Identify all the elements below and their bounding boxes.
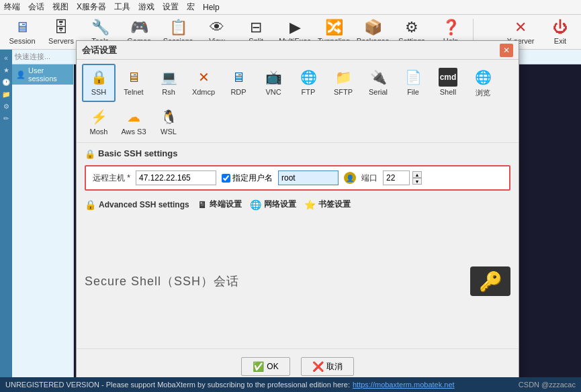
terminal-settings-section[interactable]: 🖥 终端设置 [197,199,242,210]
xserver-icon: ✕ [515,19,527,36]
settings-icon: ⚙ [405,19,418,36]
mosh-tab-label: Mosh [90,128,108,136]
port-spinner: ▲ ▼ [412,171,422,185]
bookmark-settings-label: 书签设置 [318,199,351,210]
status-link[interactable]: https://mobaxterm.mobatek.net [353,381,455,389]
tab-wsl[interactable]: 🐧 WSL [152,103,185,140]
dialog-close-button[interactable]: ✕ [500,44,513,57]
sftp-tab-icon: 📁 [334,68,353,87]
tab-rsh[interactable]: 💻 Rsh [152,64,185,102]
bookmark-settings-icon: ⭐ [304,199,316,210]
browser-tab-icon: 🌐 [474,68,492,87]
tools-icon: 🔧 [91,19,109,36]
left-icon-settings2[interactable]: ⚙ [1,101,11,111]
left-icon-collapse[interactable]: « [1,52,11,63]
session-icon: 🖥 [15,19,30,36]
shell-tab-icon: cmd [439,68,457,87]
cancel-label: 取消 [326,361,343,373]
host-label: 远程主机 * [93,173,130,184]
user-sessions-title: 👤 User sessions [12,64,73,85]
tab-mosh[interactable]: ⚡ Mosh [82,103,116,140]
cancel-button[interactable]: ❌ 取消 [301,357,354,376]
games-icon: 🎮 [130,19,148,36]
tab-ssh[interactable]: 🔒 SSH [82,64,116,102]
aws-tab-label: Aws S3 [121,128,146,136]
basic-settings-header: 🔒 Basic SSH settings [77,143,519,161]
menu-item-games[interactable]: 游戏 [138,1,154,13]
tab-browser[interactable]: 🌐 浏览 [466,64,500,102]
username-checkbox[interactable] [222,174,230,183]
status-bar-right: CSDN @zzzacac [519,381,576,389]
tab-vnc[interactable]: 📺 VNC [257,64,290,102]
menu-bar: 终端 会话 视图 X服务器 工具 游戏 设置 宏 Help [0,0,581,15]
tab-sftp[interactable]: 📁 SFTP [326,64,360,102]
tab-rdp[interactable]: 🖥 RDP [222,64,255,102]
menu-item-settings[interactable]: 设置 [163,1,179,13]
advanced-ssh-section[interactable]: 🔒 Advanced SSH settings [85,199,189,210]
left-icon-folder[interactable]: 📁 [1,89,11,99]
tab-aws[interactable]: ☁ Aws S3 [117,103,150,140]
tab-xdmcp[interactable]: ✕ Xdmcp [187,64,220,102]
user-sessions-label: User sessions [28,66,69,83]
rsh-tab-icon: 💻 [159,68,178,87]
telnet-tab-label: Telnet [124,88,143,96]
terminal-settings-icon: 🖥 [197,199,207,210]
terminal-settings-label: 终端设置 [210,199,242,210]
user-avatar-icon: 👤 [344,172,356,184]
port-up-button[interactable]: ▲ [412,171,422,178]
ok-button[interactable]: ✅ OK [241,357,289,376]
advanced-ssh-icon: 🔒 [85,199,96,210]
aws-tab-icon: ☁ [124,107,143,126]
basic-settings-icon: 🔒 [85,149,94,158]
session-dialog: 会话设置 ✕ 🔒 SSH 🖥 Telnet 💻 Rsh ✕ Xdmcp 🖥 RD… [76,40,519,385]
network-settings-section[interactable]: 🌐 网络设置 [250,199,296,210]
basic-settings-label: Basic SSH settings [98,148,178,158]
rdp-tab-icon: 🖥 [229,68,248,87]
advanced-settings-row: 🔒 Advanced SSH settings 🖥 终端设置 🌐 网络设置 ⭐ … [77,195,519,214]
username-input[interactable] [278,170,339,185]
port-input[interactable] [383,170,410,185]
shell-tab-label: Shell [440,88,456,96]
toolbar-servers[interactable]: 🗄 Servers [43,17,79,48]
username-checkbox-label[interactable]: 指定用户名 [222,173,273,184]
bookmark-settings-section[interactable]: ⭐ 书签设置 [304,199,351,210]
menu-item-view[interactable]: 视图 [52,1,69,13]
username-label: 指定用户名 [232,173,273,184]
session-description: Secure Shell（SSH）会话 [85,273,239,289]
split-icon: ⊟ [250,19,262,36]
toolbar-session[interactable]: 🖥 Session [4,17,40,48]
connection-settings-row: 远程主机 * 指定用户名 👤 端口 ▲ ▼ [85,165,510,191]
ssh-tab-icon: 🔒 [89,68,108,87]
multiexec-icon: ▶ [289,19,301,36]
host-input[interactable] [136,170,216,185]
user-icon: 👤 [16,70,26,79]
left-icon-edit[interactable]: ✏ [1,113,11,124]
tab-serial[interactable]: 🔌 Serial [361,64,395,102]
user-sessions-panel: 👤 User sessions [12,64,74,377]
browser-tab-label: 浏览 [476,88,490,98]
file-tab-icon: 📄 [404,68,422,87]
left-sidebar-icons: « ★ 🕐 📁 ⚙ ✏ [0,50,12,377]
session-type-tabs: 🔒 SSH 🖥 Telnet 💻 Rsh ✕ Xdmcp 🖥 RDP 📺 VNC… [77,60,519,143]
menu-item-terminal[interactable]: 终端 [4,1,20,13]
status-text: UNREGISTERED VERSION - Please support Mo… [5,381,350,389]
tab-ftp[interactable]: 🌐 FTP [292,64,325,102]
tab-file[interactable]: 📄 File [396,64,430,102]
left-icon-clock[interactable]: 🕐 [1,77,11,87]
toolbar-exit[interactable]: ⏻ Exit [543,17,577,48]
ok-label: OK [267,362,278,371]
menu-item-macro[interactable]: 宏 [187,1,195,13]
left-icon-star[interactable]: ★ [1,64,11,75]
port-label: 端口 [361,173,377,184]
toolbar-servers-label: Servers [48,37,74,45]
menu-item-session[interactable]: 会话 [28,1,44,13]
port-down-button[interactable]: ▼ [412,178,422,185]
packages-icon: 📦 [364,19,382,36]
tab-telnet[interactable]: 🖥 Telnet [117,64,150,102]
rsh-tab-label: Rsh [162,88,175,96]
tab-shell[interactable]: cmd Shell [431,64,465,102]
menu-item-tools[interactable]: 工具 [114,1,130,13]
menu-item-xserver[interactable]: X服务器 [77,1,106,13]
menu-item-help[interactable]: Help [203,3,220,12]
serial-tab-label: Serial [369,88,388,96]
